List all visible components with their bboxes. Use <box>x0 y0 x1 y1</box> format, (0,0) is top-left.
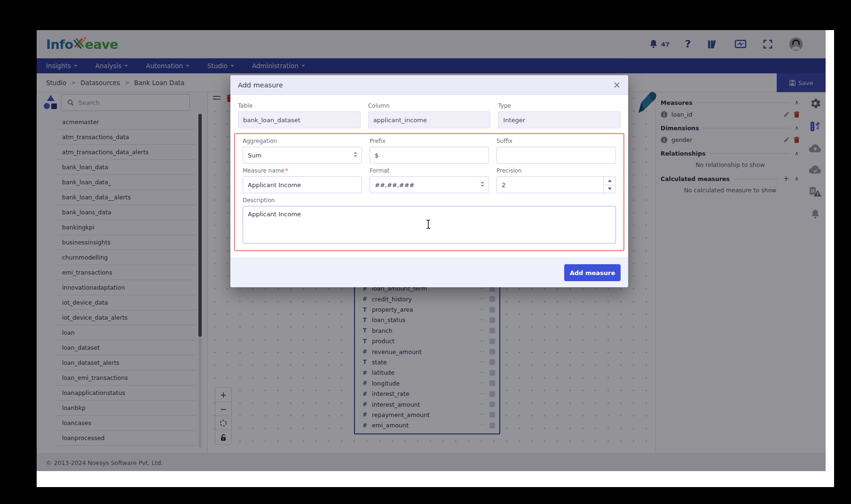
suffix-field[interactable] <box>496 147 616 164</box>
precision-stepper[interactable] <box>496 176 616 193</box>
description-field-label: Description <box>243 197 620 204</box>
add-measure-modal: Add measure × Table Column Type <box>230 75 628 287</box>
modal-header: Add measure × <box>230 75 628 95</box>
type-field-label: Type <box>498 102 621 109</box>
measure-name-field-label: Measure name* <box>243 167 362 174</box>
required-asterisk: * <box>285 167 288 174</box>
modal-body: Table Column Type Aggregation <box>230 95 628 287</box>
column-field-label: Column <box>368 102 491 109</box>
format-select[interactable] <box>370 176 489 193</box>
prefix-field-label: Prefix <box>370 138 489 144</box>
screenshot-card: Info eave 47 ? <box>37 30 834 487</box>
type-field[interactable] <box>498 111 621 128</box>
table-field[interactable] <box>238 111 361 128</box>
aggregation-field-label: Aggregation <box>243 138 362 144</box>
precision-field-label: Precision <box>496 167 616 174</box>
suffix-field-label: Suffix <box>496 138 616 144</box>
prefix-field[interactable] <box>370 147 489 164</box>
modal-footer: Add measure <box>230 258 628 287</box>
modal-title: Add measure <box>238 81 283 89</box>
highlighted-fields-section: Aggregation Prefix Suffix <box>234 133 624 251</box>
precision-spinner <box>603 177 615 193</box>
add-measure-button[interactable]: Add measure <box>564 264 621 281</box>
spinner-up-button[interactable] <box>604 177 615 185</box>
column-field[interactable] <box>368 111 491 128</box>
spinner-down-button[interactable] <box>604 185 615 193</box>
app-window: Info eave 47 ? <box>37 30 826 471</box>
description-textarea[interactable]: Applicant Income <box>243 206 616 244</box>
format-field-label: Format <box>370 167 489 174</box>
table-field-label: Table <box>238 102 361 109</box>
aggregation-select[interactable] <box>243 147 362 164</box>
measure-name-field[interactable] <box>243 176 362 193</box>
close-icon[interactable]: × <box>613 80 621 89</box>
